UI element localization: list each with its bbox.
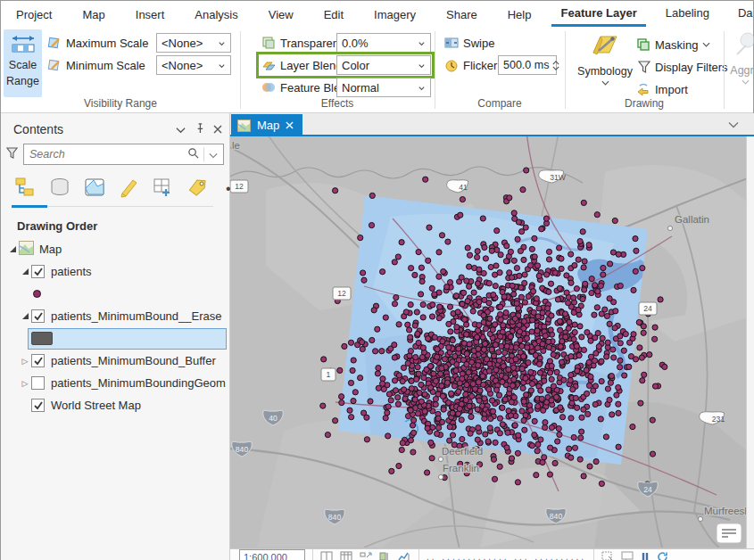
maximum-scale-label: Maximum Scale bbox=[66, 37, 148, 50]
menu-item-help[interactable]: Help bbox=[493, 3, 547, 27]
masking-button[interactable]: Masking bbox=[636, 35, 710, 54]
layer-row[interactable]: World Street Map bbox=[1, 394, 229, 416]
layer-row[interactable]: Map bbox=[1, 238, 229, 260]
status-message-icon[interactable] bbox=[621, 551, 634, 560]
layer-symbol-row[interactable] bbox=[1, 283, 229, 305]
minimum-scale-combo[interactable]: <None> bbox=[156, 55, 231, 75]
scale-range-button[interactable]: ScaleRange bbox=[4, 29, 42, 97]
menu-item-imagery[interactable]: Imagery bbox=[359, 3, 431, 27]
svg-text:1: 1 bbox=[327, 370, 331, 379]
status-layers-icon[interactable] bbox=[379, 551, 390, 560]
display-filters-icon bbox=[638, 61, 650, 74]
feature-blend-combo[interactable]: Normal bbox=[336, 78, 431, 97]
layer-symbol-row[interactable] bbox=[1, 327, 229, 350]
edit-pencil-icon[interactable] bbox=[118, 176, 139, 202]
chevron-down-icon bbox=[702, 42, 710, 47]
masking-label: Masking bbox=[655, 38, 698, 52]
menu-item-project[interactable]: Project bbox=[1, 3, 67, 27]
erase-polygon-symbol[interactable] bbox=[31, 332, 53, 345]
tab-data[interactable]: Da bbox=[724, 1, 754, 28]
map-popup-dock-icon bbox=[717, 523, 742, 543]
filter-icon[interactable] bbox=[6, 147, 18, 162]
aggregation-button[interactable]: Aggre bbox=[727, 31, 754, 85]
chevron-down-icon bbox=[418, 84, 426, 92]
map-place-label: Deerfield bbox=[442, 446, 483, 457]
map-view-tab[interactable]: Map bbox=[231, 114, 302, 136]
tree-expander-icon[interactable] bbox=[19, 313, 31, 319]
view-tab-bar: Map bbox=[230, 113, 754, 136]
tree-expander-icon[interactable]: ▷ bbox=[19, 379, 31, 388]
svg-text:41: 41 bbox=[459, 183, 468, 192]
menu-item-view[interactable]: View bbox=[253, 3, 309, 27]
tag-icon[interactable] bbox=[186, 177, 209, 201]
flicker-duration-spinner[interactable]: 500.0 ms bbox=[498, 55, 557, 75]
status-pause-icon[interactable] bbox=[641, 551, 650, 560]
layer-visibility-checkbox[interactable] bbox=[31, 376, 45, 390]
selected-symbol-row[interactable] bbox=[28, 328, 227, 350]
list-by-drawing-order-icon[interactable] bbox=[13, 176, 37, 202]
contents-toolbar: ••• bbox=[1, 169, 229, 202]
minimum-scale-value: <None> bbox=[162, 59, 203, 72]
pin-icon[interactable] bbox=[195, 123, 204, 136]
status-snap-icon[interactable] bbox=[360, 551, 372, 560]
layer-visibility-checkbox[interactable] bbox=[31, 309, 45, 323]
group-visibility-range: Visibility Range bbox=[1, 97, 240, 111]
svg-text:840: 840 bbox=[550, 512, 563, 521]
layer-row[interactable]: patients_MinimumBound__Erase bbox=[1, 305, 229, 327]
flicker-button[interactable]: Flicker bbox=[444, 55, 497, 75]
maximum-scale-combo[interactable]: <None> bbox=[156, 33, 231, 53]
layer-tree: Mappatientspatients_MinimumBound__Erase▷… bbox=[1, 236, 229, 416]
menu-item-edit[interactable]: Edit bbox=[309, 3, 359, 27]
search-icon[interactable] bbox=[187, 147, 199, 161]
map-scale-input[interactable]: 1:600,000 bbox=[239, 549, 305, 560]
symbology-button[interactable]: Symbology bbox=[577, 31, 633, 86]
tab-feature-layer[interactable]: Feature Layer bbox=[546, 1, 650, 28]
contents-pane: Contents bbox=[1, 113, 230, 560]
menu-item-share[interactable]: Share bbox=[431, 3, 493, 27]
pane-menu-chevron-icon[interactable] bbox=[176, 123, 186, 136]
layer-row[interactable]: ▷patients_MinimumBound_Buffer bbox=[1, 350, 229, 372]
layer-visibility-checkbox[interactable] bbox=[31, 265, 45, 278]
masking-icon bbox=[636, 37, 650, 52]
symbology-label: Symbology bbox=[577, 65, 633, 78]
feature-blend-value: Normal bbox=[342, 81, 379, 95]
display-filters-button[interactable]: Display Filters bbox=[638, 57, 728, 77]
search-input[interactable] bbox=[29, 148, 187, 161]
menu-item-analysis[interactable]: Analysis bbox=[179, 3, 253, 27]
label-grid-icon[interactable] bbox=[151, 176, 174, 202]
swipe-icon bbox=[444, 36, 459, 50]
status-chart-icon[interactable] bbox=[397, 551, 411, 560]
transparency-value: 0.0% bbox=[342, 37, 369, 50]
ribbon-tab-strip: Feature Layer Labeling Da bbox=[546, 1, 754, 28]
transparency-combo[interactable]: 0.0% bbox=[336, 33, 431, 53]
tree-expander-icon[interactable] bbox=[19, 268, 31, 275]
patients-point-symbol[interactable] bbox=[33, 290, 41, 298]
maximum-scale-icon bbox=[47, 36, 62, 50]
group-effects: Effects bbox=[240, 97, 435, 111]
menu-item-insert[interactable]: Insert bbox=[120, 3, 180, 27]
layer-row[interactable]: ▷patients_MinimumBoundingGeom bbox=[1, 372, 229, 394]
close-tab-icon[interactable] bbox=[286, 121, 294, 129]
layer-visibility-checkbox[interactable] bbox=[31, 399, 45, 412]
layer-row[interactable]: patients bbox=[1, 260, 229, 283]
search-input-box[interactable] bbox=[23, 144, 224, 165]
layer-visibility-checkbox[interactable] bbox=[31, 354, 45, 367]
tab-labeling[interactable]: Labeling bbox=[651, 1, 724, 28]
swipe-button[interactable]: Swipe bbox=[444, 33, 494, 53]
close-pane-icon[interactable] bbox=[213, 123, 222, 136]
tab-list-chevron-icon[interactable] bbox=[728, 118, 739, 131]
import-button[interactable]: Import bbox=[636, 79, 688, 99]
list-by-selection-icon[interactable] bbox=[83, 176, 106, 202]
search-options-chevron-icon[interactable] bbox=[209, 148, 218, 161]
status-grid-icon[interactable] bbox=[320, 551, 333, 560]
tree-expander-icon[interactable]: ▷ bbox=[19, 357, 31, 366]
spinner-arrows[interactable] bbox=[552, 61, 559, 70]
layer-blend-combo[interactable]: Color bbox=[336, 55, 431, 75]
tree-expander-icon[interactable] bbox=[6, 246, 19, 252]
status-selection-icon[interactable] bbox=[601, 551, 614, 560]
list-by-data-source-icon[interactable] bbox=[48, 176, 71, 202]
status-refresh-icon[interactable] bbox=[657, 551, 668, 560]
map-canvas[interactable]: 124131W121242314084084084024 leGallatinD… bbox=[230, 136, 754, 548]
menu-item-map[interactable]: Map bbox=[67, 3, 120, 27]
status-table-icon[interactable] bbox=[340, 551, 352, 560]
